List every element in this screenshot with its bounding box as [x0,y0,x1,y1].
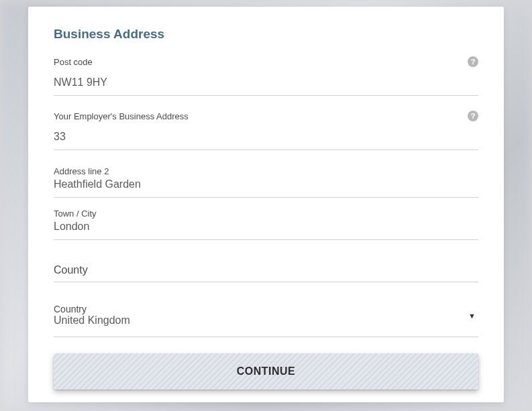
address2-input[interactable] [54,177,478,198]
address2-label: Address line 2 [54,166,109,176]
postcode-label: Post code [54,57,93,67]
town-label: Town / City [54,209,97,219]
postcode-input[interactable] [54,71,478,96]
county-input[interactable] [54,259,478,282]
country-field: Country United Kingdom ▼ [54,304,478,337]
continue-button[interactable]: CONTINUE [54,353,478,390]
county-field [54,259,478,282]
business-address-card: Business Address Post code ? Your Employ… [28,7,504,402]
address1-input[interactable] [54,125,478,150]
town-input[interactable] [54,219,478,240]
country-label: Country [54,304,87,314]
card-title: Business Address [54,27,478,42]
help-icon[interactable]: ? [468,111,478,121]
address2-field: Address line 2 [54,165,478,198]
country-select[interactable]: United Kingdom [54,304,478,337]
town-field: Town / City [54,207,478,240]
address1-label: Your Employer's Business Address [54,111,189,121]
postcode-field: Post code ? [54,56,478,96]
help-icon[interactable]: ? [468,56,478,67]
address1-field: Your Employer's Business Address ? [54,111,478,150]
